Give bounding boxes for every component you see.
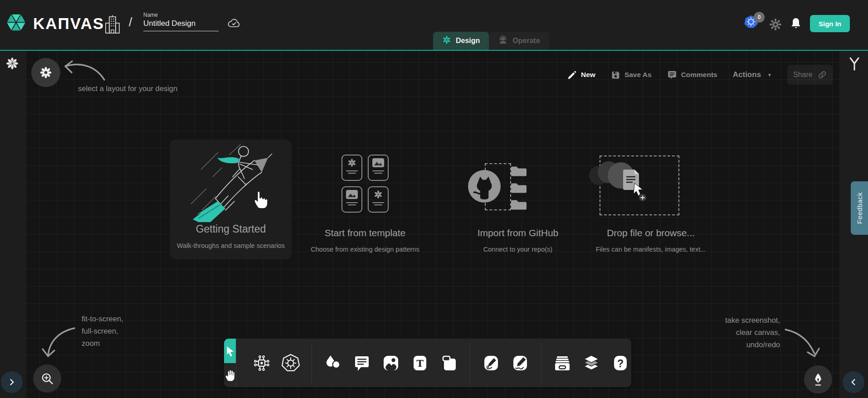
- pan-tool-button[interactable]: [224, 363, 236, 387]
- share-button[interactable]: Share: [787, 65, 833, 85]
- note-tool-button[interactable]: [439, 353, 459, 373]
- comments-label: Comments: [681, 71, 717, 79]
- expand-left-panel-button[interactable]: [1, 371, 23, 393]
- new-label: New: [581, 71, 595, 79]
- hint-take-screenshot: take screenshot,: [689, 314, 780, 326]
- repo-folders-icon: [510, 164, 528, 213]
- actions-label: Actions: [733, 70, 761, 79]
- drawer-tool-button[interactable]: [552, 353, 572, 373]
- kanvas-app: KAΠVAS / Name: [0, 0, 868, 398]
- component-circuit-icon: [253, 354, 271, 372]
- shapes-tool-button[interactable]: [323, 353, 343, 373]
- getting-started-title: Getting Started: [170, 223, 292, 235]
- import-from-github-subtitle: Connect to your repo(s): [457, 246, 579, 253]
- pencil-scribble-icon: [511, 354, 529, 372]
- help-tool-button[interactable]: ?: [610, 353, 630, 373]
- rocket-rider-illustration: [175, 141, 287, 222]
- name-field-label: Name: [143, 12, 219, 18]
- kanvas-hexagon-icon: [5, 12, 27, 35]
- organization-building-icon[interactable]: [105, 15, 120, 37]
- start-from-template-card[interactable]: Start from template Choose from existing…: [305, 150, 425, 258]
- drawer-icon: [553, 354, 572, 372]
- caret-down-icon: ▼: [767, 73, 772, 78]
- hint-undo-redo: undo/redo: [689, 339, 780, 351]
- share-link-icon: [818, 70, 827, 79]
- design-spiral-icon: [442, 35, 451, 46]
- settings-gear-icon[interactable]: [770, 19, 781, 32]
- chevron-right-icon: [7, 378, 16, 387]
- design-name-field: Name: [143, 12, 219, 31]
- layout-hint-text: select a layout for your design: [78, 84, 177, 93]
- sign-in-button[interactable]: Sign In: [810, 15, 850, 32]
- feedback-label: Feedback: [856, 192, 863, 224]
- template-thumb-image: [341, 186, 362, 213]
- comment-tool-button[interactable]: [352, 353, 372, 373]
- import-from-github-card[interactable]: Import from GitHub Connect to your repo(…: [457, 150, 579, 258]
- template-thumb-design: [368, 186, 389, 213]
- canvas-actions-button[interactable]: [804, 365, 832, 393]
- drop-file-illustration: [587, 160, 655, 214]
- text-t-icon: T: [411, 354, 429, 372]
- github-octocat-icon: [468, 170, 501, 203]
- cursor-arrow-icon: [224, 345, 236, 357]
- help-question-icon: ?: [611, 354, 629, 372]
- comments-button[interactable]: Comments: [667, 70, 717, 80]
- feedback-tab[interactable]: Feedback: [851, 181, 868, 235]
- svg-text:T: T: [416, 358, 424, 369]
- canvas-actions-hint-arrow: [783, 324, 823, 362]
- import-from-github-title: Import from GitHub: [457, 228, 579, 238]
- meshery-spiral-icon[interactable]: [6, 57, 19, 72]
- cloud-save-status-icon: [228, 18, 240, 30]
- cluster-status-button[interactable]: 0: [744, 15, 765, 33]
- breadcrumb-separator: /: [129, 15, 132, 29]
- pen-path-icon: [482, 354, 500, 372]
- component-tool-button[interactable]: [252, 353, 272, 373]
- zoom-controls-button[interactable]: [33, 364, 61, 393]
- left-dock: [0, 51, 26, 398]
- hint-full-screen: full-screen,: [82, 325, 123, 337]
- drop-file-card[interactable]: Drop file or browse... Files can be mani…: [587, 150, 714, 258]
- text-tool-button[interactable]: T: [410, 353, 430, 373]
- tab-design-label: Design: [456, 37, 480, 45]
- layout-asterisk-icon: [39, 66, 52, 79]
- select-tool-button[interactable]: [224, 339, 236, 363]
- tab-operate-label: Operate: [512, 37, 540, 45]
- template-thumb-image: [368, 155, 389, 181]
- kubernetes-wheel-icon: [281, 354, 300, 373]
- kubernetes-tool-button[interactable]: [281, 353, 301, 373]
- shapes-icon: [323, 354, 342, 373]
- collapse-right-panel-button[interactable]: [843, 371, 864, 393]
- getting-started-card[interactable]: Getting Started Walk-throughs and sample…: [170, 140, 292, 259]
- tab-design[interactable]: Design: [433, 32, 489, 50]
- canvas-actions-hint-text: take screenshot, clear canvas, undo/redo: [689, 314, 780, 351]
- getting-started-subtitle: Walk-throughs and sample scenarios: [170, 242, 292, 249]
- pen-tool-button[interactable]: [481, 353, 501, 373]
- pen-nib-icon: [812, 372, 824, 387]
- pointer-tools-group: [224, 339, 236, 387]
- mode-tabs: Design Operate: [433, 32, 549, 50]
- tab-operate[interactable]: Operate: [489, 32, 549, 50]
- template-thumbnails: [341, 155, 389, 213]
- chevron-left-icon: [849, 378, 858, 387]
- hint-fit-to-screen: fit-to-screen,: [82, 313, 123, 325]
- new-button[interactable]: New: [567, 70, 595, 80]
- dock-y-icon[interactable]: [847, 56, 862, 75]
- drop-file-title: Drop file or browse...: [587, 228, 714, 238]
- comment-bubble-icon: [353, 354, 371, 372]
- layout-hint-arrow: [60, 58, 110, 84]
- toolbar-divider: [470, 343, 470, 383]
- save-as-button[interactable]: Save As: [611, 70, 652, 80]
- layout-picker-button[interactable]: [31, 58, 60, 87]
- zoom-hint-text: fit-to-screen, full-screen, zoom: [82, 313, 123, 349]
- design-name-input[interactable]: [143, 18, 219, 31]
- pencil-draw-tool-button[interactable]: [510, 353, 530, 373]
- brand-logo[interactable]: KAΠVAS: [5, 12, 104, 35]
- magnifier-plus-icon: [40, 372, 54, 385]
- notifications-bell-icon[interactable]: [790, 17, 801, 32]
- image-tool-button[interactable]: [381, 353, 401, 373]
- tool-icons-row: T: [236, 339, 646, 387]
- actions-dropdown[interactable]: Actions ▼: [733, 70, 772, 79]
- cluster-count-badge: 0: [754, 12, 765, 23]
- brand-wordmark: KAΠVAS: [33, 15, 104, 33]
- layers-tool-button[interactable]: [581, 353, 601, 373]
